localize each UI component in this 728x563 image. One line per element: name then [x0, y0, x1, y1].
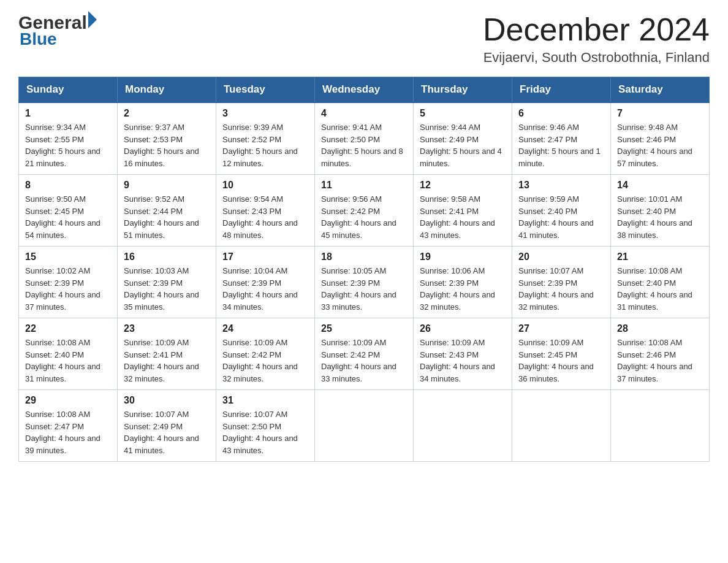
calendar-day-cell: 4 Sunrise: 9:41 AMSunset: 2:50 PMDayligh…: [315, 102, 414, 175]
calendar-day-cell: 29 Sunrise: 10:08 AMSunset: 2:47 PMDayli…: [19, 390, 118, 462]
calendar-header-wednesday: Wednesday: [315, 77, 414, 103]
day-number: 1: [25, 108, 111, 119]
day-info: Sunrise: 9:58 AMSunset: 2:41 PMDaylight:…: [420, 193, 506, 241]
day-info: Sunrise: 9:37 AMSunset: 2:53 PMDaylight:…: [124, 121, 210, 169]
day-number: 12: [420, 180, 506, 191]
calendar-week-row: 22 Sunrise: 10:08 AMSunset: 2:40 PMDayli…: [19, 318, 710, 390]
day-number: 9: [124, 180, 210, 191]
day-info: Sunrise: 9:39 AMSunset: 2:52 PMDaylight:…: [222, 121, 308, 169]
day-number: 13: [518, 180, 604, 191]
day-info: Sunrise: 10:08 AMSunset: 2:47 PMDaylight…: [25, 408, 111, 456]
calendar-day-cell: 22 Sunrise: 10:08 AMSunset: 2:40 PMDayli…: [19, 318, 118, 390]
day-info: Sunrise: 9:50 AMSunset: 2:45 PMDaylight:…: [25, 193, 111, 241]
calendar-header-friday: Friday: [512, 77, 611, 103]
day-number: 8: [25, 180, 111, 191]
day-info: Sunrise: 10:09 AMSunset: 2:45 PMDaylight…: [518, 337, 604, 385]
day-info: Sunrise: 10:07 AMSunset: 2:50 PMDaylight…: [222, 408, 308, 456]
day-number: 23: [124, 323, 210, 334]
day-info: Sunrise: 10:07 AMSunset: 2:39 PMDaylight…: [518, 265, 604, 313]
calendar-header-tuesday: Tuesday: [216, 77, 315, 103]
day-number: 26: [420, 323, 506, 334]
calendar-day-cell: 28 Sunrise: 10:08 AMSunset: 2:46 PMDayli…: [611, 318, 710, 390]
title-block: December 2024 Evijaervi, South Ostroboth…: [483, 12, 710, 66]
day-info: Sunrise: 9:54 AMSunset: 2:43 PMDaylight:…: [222, 193, 308, 241]
day-info: Sunrise: 10:01 AMSunset: 2:40 PMDaylight…: [617, 193, 703, 241]
day-info: Sunrise: 10:06 AMSunset: 2:39 PMDaylight…: [420, 265, 506, 313]
day-info: Sunrise: 10:09 AMSunset: 2:42 PMDaylight…: [321, 337, 407, 385]
day-number: 2: [124, 108, 210, 119]
day-info: Sunrise: 9:48 AMSunset: 2:46 PMDaylight:…: [617, 121, 703, 169]
page-title: December 2024: [483, 12, 710, 47]
calendar-day-cell: 12 Sunrise: 9:58 AMSunset: 2:41 PMDaylig…: [414, 175, 512, 247]
day-info: Sunrise: 9:41 AMSunset: 2:50 PMDaylight:…: [321, 121, 407, 169]
calendar-day-cell: 10 Sunrise: 9:54 AMSunset: 2:43 PMDaylig…: [216, 175, 315, 247]
logo: General Blue: [18, 12, 97, 49]
day-number: 14: [617, 180, 703, 191]
calendar-day-cell: 24 Sunrise: 10:09 AMSunset: 2:42 PMDayli…: [216, 318, 315, 390]
day-number: 16: [124, 251, 210, 262]
day-number: 11: [321, 180, 407, 191]
day-number: 5: [420, 108, 506, 119]
calendar-day-cell: 26 Sunrise: 10:09 AMSunset: 2:43 PMDayli…: [414, 318, 512, 390]
day-info: Sunrise: 10:09 AMSunset: 2:42 PMDaylight…: [222, 337, 308, 385]
day-info: Sunrise: 9:44 AMSunset: 2:49 PMDaylight:…: [420, 121, 506, 169]
page-header: General Blue December 2024 Evijaervi, So…: [18, 12, 710, 66]
day-info: Sunrise: 9:52 AMSunset: 2:44 PMDaylight:…: [124, 193, 210, 241]
day-number: 17: [222, 251, 308, 262]
calendar-header-monday: Monday: [118, 77, 216, 103]
day-number: 31: [222, 395, 308, 406]
calendar-header-saturday: Saturday: [611, 77, 710, 103]
calendar-week-row: 15 Sunrise: 10:02 AMSunset: 2:39 PMDayli…: [19, 247, 710, 318]
day-number: 24: [222, 323, 308, 334]
calendar-day-cell: 7 Sunrise: 9:48 AMSunset: 2:46 PMDayligh…: [611, 102, 710, 175]
calendar-day-cell: [512, 390, 611, 462]
day-info: Sunrise: 9:56 AMSunset: 2:42 PMDaylight:…: [321, 193, 407, 241]
logo-blue-text: Blue: [20, 29, 57, 49]
calendar-day-cell: 5 Sunrise: 9:44 AMSunset: 2:49 PMDayligh…: [414, 102, 512, 175]
page-subtitle: Evijaervi, South Ostrobothnia, Finland: [483, 50, 710, 66]
calendar-header-row: SundayMondayTuesdayWednesdayThursdayFrid…: [19, 77, 710, 103]
day-number: 4: [321, 108, 407, 119]
day-info: Sunrise: 10:03 AMSunset: 2:39 PMDaylight…: [124, 265, 210, 313]
calendar-day-cell: 8 Sunrise: 9:50 AMSunset: 2:45 PMDayligh…: [19, 175, 118, 247]
day-info: Sunrise: 10:08 AMSunset: 2:40 PMDaylight…: [25, 337, 111, 385]
calendar-day-cell: 2 Sunrise: 9:37 AMSunset: 2:53 PMDayligh…: [118, 102, 216, 175]
calendar-table: SundayMondayTuesdayWednesdayThursdayFrid…: [18, 77, 710, 462]
calendar-week-row: 29 Sunrise: 10:08 AMSunset: 2:47 PMDayli…: [19, 390, 710, 462]
day-info: Sunrise: 10:09 AMSunset: 2:41 PMDaylight…: [124, 337, 210, 385]
calendar-day-cell: 17 Sunrise: 10:04 AMSunset: 2:39 PMDayli…: [216, 247, 315, 318]
calendar-day-cell: 31 Sunrise: 10:07 AMSunset: 2:50 PMDayli…: [216, 390, 315, 462]
day-number: 18: [321, 251, 407, 262]
day-number: 22: [25, 323, 111, 334]
day-number: 21: [617, 251, 703, 262]
calendar-day-cell: 13 Sunrise: 9:59 AMSunset: 2:40 PMDaylig…: [512, 175, 611, 247]
day-info: Sunrise: 10:08 AMSunset: 2:40 PMDaylight…: [617, 265, 703, 313]
day-number: 25: [321, 323, 407, 334]
day-number: 28: [617, 323, 703, 334]
calendar-day-cell: 9 Sunrise: 9:52 AMSunset: 2:44 PMDayligh…: [118, 175, 216, 247]
day-info: Sunrise: 9:59 AMSunset: 2:40 PMDaylight:…: [518, 193, 604, 241]
calendar-day-cell: 27 Sunrise: 10:09 AMSunset: 2:45 PMDayli…: [512, 318, 611, 390]
logo-triangle-icon: [88, 11, 97, 28]
day-number: 7: [617, 108, 703, 119]
calendar-day-cell: 18 Sunrise: 10:05 AMSunset: 2:39 PMDayli…: [315, 247, 414, 318]
day-number: 10: [222, 180, 308, 191]
calendar-header-sunday: Sunday: [19, 77, 118, 103]
calendar-day-cell: [414, 390, 512, 462]
calendar-week-row: 1 Sunrise: 9:34 AMSunset: 2:55 PMDayligh…: [19, 102, 710, 175]
calendar-day-cell: 6 Sunrise: 9:46 AMSunset: 2:47 PMDayligh…: [512, 102, 611, 175]
calendar-day-cell: 11 Sunrise: 9:56 AMSunset: 2:42 PMDaylig…: [315, 175, 414, 247]
day-number: 3: [222, 108, 308, 119]
calendar-header-thursday: Thursday: [414, 77, 512, 103]
calendar-day-cell: 25 Sunrise: 10:09 AMSunset: 2:42 PMDayli…: [315, 318, 414, 390]
calendar-day-cell: 19 Sunrise: 10:06 AMSunset: 2:39 PMDayli…: [414, 247, 512, 318]
day-number: 20: [518, 251, 604, 262]
day-number: 6: [518, 108, 604, 119]
calendar-day-cell: 16 Sunrise: 10:03 AMSunset: 2:39 PMDayli…: [118, 247, 216, 318]
day-info: Sunrise: 9:34 AMSunset: 2:55 PMDaylight:…: [25, 121, 111, 169]
calendar-day-cell: [315, 390, 414, 462]
calendar-day-cell: 15 Sunrise: 10:02 AMSunset: 2:39 PMDayli…: [19, 247, 118, 318]
calendar-day-cell: 14 Sunrise: 10:01 AMSunset: 2:40 PMDayli…: [611, 175, 710, 247]
day-number: 27: [518, 323, 604, 334]
calendar-day-cell: [611, 390, 710, 462]
